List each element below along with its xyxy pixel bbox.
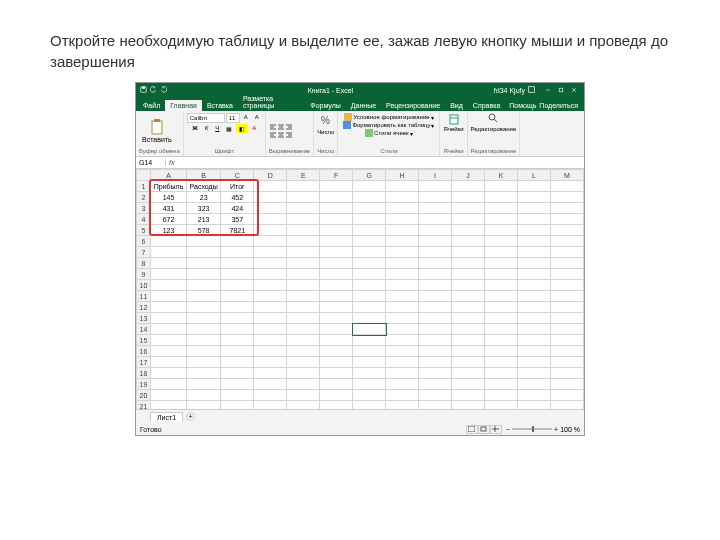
redo-icon[interactable]: [160, 86, 167, 94]
cell[interactable]: [419, 324, 452, 335]
font-size-select[interactable]: 11: [226, 113, 240, 123]
cell[interactable]: [518, 280, 551, 291]
cell[interactable]: [452, 280, 485, 291]
cell[interactable]: [386, 346, 419, 357]
cell[interactable]: [518, 236, 551, 247]
cell[interactable]: [254, 390, 287, 401]
cell[interactable]: [221, 368, 254, 379]
font-name-select[interactable]: Calibri: [187, 113, 225, 123]
cell[interactable]: Итог: [221, 181, 254, 192]
cell[interactable]: [254, 225, 287, 236]
cell[interactable]: [386, 379, 419, 390]
cell[interactable]: [485, 313, 518, 324]
cell[interactable]: [550, 269, 583, 280]
col-header[interactable]: K: [485, 170, 518, 181]
cell[interactable]: [386, 368, 419, 379]
cell[interactable]: [287, 181, 320, 192]
cell[interactable]: [353, 181, 386, 192]
cell[interactable]: [151, 346, 187, 357]
cell[interactable]: [151, 236, 187, 247]
cell[interactable]: [419, 192, 452, 203]
row-header[interactable]: 2: [137, 192, 151, 203]
row-header[interactable]: 16: [137, 346, 151, 357]
cell[interactable]: [353, 192, 386, 203]
cell[interactable]: [287, 258, 320, 269]
tab-review[interactable]: Рецензирование: [381, 100, 445, 111]
cell[interactable]: [320, 313, 353, 324]
cell[interactable]: [254, 379, 287, 390]
cell[interactable]: [254, 357, 287, 368]
editing-button[interactable]: Редактирование: [471, 113, 517, 148]
cell[interactable]: [452, 225, 485, 236]
row-header[interactable]: 1: [137, 181, 151, 192]
cell[interactable]: 578: [187, 225, 221, 236]
cell[interactable]: [287, 203, 320, 214]
cell[interactable]: [452, 379, 485, 390]
cell[interactable]: [518, 324, 551, 335]
cell[interactable]: [485, 225, 518, 236]
cell[interactable]: [187, 379, 221, 390]
fmt-table-button[interactable]: Форматировать как таблицу▾: [341, 121, 436, 129]
cell[interactable]: [452, 181, 485, 192]
cell[interactable]: [419, 335, 452, 346]
cell[interactable]: [320, 302, 353, 313]
cell[interactable]: [221, 324, 254, 335]
cell[interactable]: [419, 291, 452, 302]
cell[interactable]: [353, 225, 386, 236]
cell[interactable]: [518, 313, 551, 324]
view-normal[interactable]: [466, 425, 478, 434]
cell[interactable]: [254, 192, 287, 203]
cell[interactable]: [254, 313, 287, 324]
cell[interactable]: [419, 214, 452, 225]
cell[interactable]: [386, 280, 419, 291]
cell[interactable]: 672: [151, 214, 187, 225]
ribbon-opts-icon[interactable]: [528, 86, 535, 94]
cell[interactable]: 452: [221, 192, 254, 203]
cell[interactable]: [320, 379, 353, 390]
col-header[interactable]: A: [151, 170, 187, 181]
cell[interactable]: [151, 335, 187, 346]
cell[interactable]: [320, 214, 353, 225]
cell[interactable]: [221, 258, 254, 269]
cell[interactable]: [419, 181, 452, 192]
cell[interactable]: [320, 368, 353, 379]
name-box[interactable]: G14: [136, 159, 166, 166]
cell[interactable]: [485, 181, 518, 192]
cell[interactable]: 7821: [221, 225, 254, 236]
cell[interactable]: [320, 258, 353, 269]
cell[interactable]: [353, 324, 386, 335]
cell[interactable]: [353, 357, 386, 368]
cell[interactable]: [386, 269, 419, 280]
cell[interactable]: [187, 401, 221, 410]
grow-font[interactable]: A: [241, 113, 251, 123]
cell[interactable]: [254, 368, 287, 379]
cells-button[interactable]: Ячейки: [443, 113, 463, 148]
col-header[interactable]: J: [452, 170, 485, 181]
cell[interactable]: [187, 280, 221, 291]
cell[interactable]: [353, 313, 386, 324]
cell[interactable]: [287, 368, 320, 379]
cell[interactable]: [353, 214, 386, 225]
cell[interactable]: 357: [221, 214, 254, 225]
undo-icon[interactable]: [150, 86, 157, 94]
cell[interactable]: [353, 390, 386, 401]
cell[interactable]: [386, 214, 419, 225]
cell[interactable]: [287, 280, 320, 291]
cell[interactable]: [151, 258, 187, 269]
font-color[interactable]: A: [249, 124, 259, 133]
cell[interactable]: [353, 302, 386, 313]
row-header[interactable]: 10: [137, 280, 151, 291]
cell[interactable]: [353, 258, 386, 269]
cell[interactable]: [320, 280, 353, 291]
cell[interactable]: [187, 291, 221, 302]
cell[interactable]: [419, 225, 452, 236]
tab-data[interactable]: Данные: [346, 100, 381, 111]
cell[interactable]: [151, 302, 187, 313]
cell[interactable]: [518, 302, 551, 313]
align-buttons[interactable]: [269, 123, 293, 139]
cell[interactable]: [320, 225, 353, 236]
cell[interactable]: [518, 379, 551, 390]
cell[interactable]: [485, 302, 518, 313]
cell[interactable]: [353, 368, 386, 379]
cell[interactable]: [452, 346, 485, 357]
